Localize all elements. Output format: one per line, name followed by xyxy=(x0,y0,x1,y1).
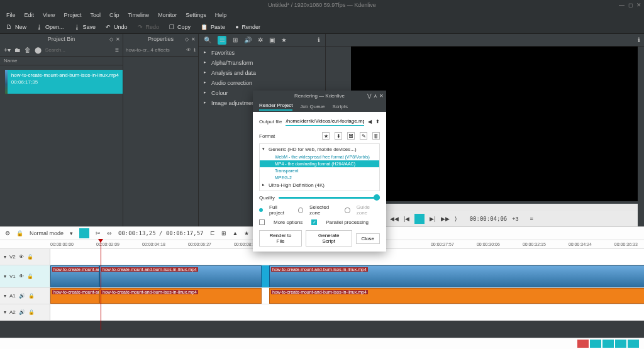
copy-button[interactable]: ❐Copy xyxy=(169,24,191,30)
audio-clip[interactable]: how-to-create-mount-and xyxy=(50,288,99,304)
format-mpeg2[interactable]: MPEG-2 xyxy=(260,174,379,181)
eye-icon[interactable]: 👁 xyxy=(19,254,24,260)
tab-job-queue[interactable]: Job Queue xyxy=(300,104,325,109)
close-icon[interactable]: ✕ xyxy=(636,2,641,8)
info-icon[interactable]: ℹ xyxy=(638,36,640,43)
search-input[interactable] xyxy=(45,47,111,53)
star-icon[interactable]: ★ xyxy=(244,230,249,236)
next-icon[interactable]: ▶| xyxy=(430,216,435,222)
clip-item[interactable]: how-to-create-mount-and-burn-isos-in-lin… xyxy=(0,65,123,98)
status-icon[interactable] xyxy=(590,340,601,348)
menu-help[interactable]: Help xyxy=(215,12,227,18)
grid-icon[interactable]: ⊞ xyxy=(233,36,238,43)
close-button[interactable]: Close xyxy=(356,233,380,244)
status-icon[interactable] xyxy=(602,340,614,348)
eye-icon[interactable]: 👁 xyxy=(186,47,191,53)
search-icon[interactable]: 🔍 xyxy=(204,36,211,43)
eye-icon[interactable]: 👁 xyxy=(19,274,24,279)
menu-tool[interactable]: Tool xyxy=(90,12,101,18)
video-clip[interactable]: how-to-create-mount-and-burn-isos-in-lin… xyxy=(269,265,644,287)
adjust-icon[interactable]: ✲ xyxy=(258,36,263,43)
monitor-timecode[interactable]: 00:00:04;06 xyxy=(470,216,508,222)
status-error-icon[interactable] xyxy=(577,340,589,348)
save-button[interactable]: ⭳Save xyxy=(74,24,96,30)
menu-icon[interactable]: ≡ xyxy=(115,47,119,53)
output-path-input[interactable] xyxy=(286,117,364,126)
download-icon[interactable]: ⬇ xyxy=(335,132,342,140)
play-button[interactable] xyxy=(414,214,425,224)
checkbox-parallel[interactable]: ✓ xyxy=(311,219,317,225)
prev-icon[interactable]: |◀ xyxy=(404,216,409,222)
lock-icon[interactable]: 🔒 xyxy=(27,274,33,279)
add-clip-icon[interactable]: +▾ xyxy=(4,47,11,53)
status-icon[interactable] xyxy=(628,340,639,348)
mute-icon[interactable]: 🔊 xyxy=(19,309,25,315)
format-group-uhd[interactable]: Ultra-High Definition (4K) xyxy=(260,181,379,189)
browse-icon[interactable]: ◀ xyxy=(368,119,372,125)
mode-dropdown[interactable]: Normal mode xyxy=(30,230,64,236)
new-button[interactable]: 🗋New xyxy=(6,24,26,30)
menu-file[interactable]: File xyxy=(6,12,16,18)
fx-alpha[interactable]: Alpha/Transform xyxy=(199,58,325,68)
audio-clip[interactable]: how-to-create-mount-and-burn-isos-in-lin… xyxy=(99,288,262,304)
radio-full-project[interactable] xyxy=(259,208,263,212)
menu-clip[interactable]: Clip xyxy=(109,12,119,18)
fx-favorites[interactable]: Favorites xyxy=(199,48,325,58)
generate-script-button[interactable]: Generate Script xyxy=(306,230,352,247)
tab-scripts[interactable]: Scripts xyxy=(333,104,348,109)
paste-button[interactable]: 📋Paste xyxy=(201,24,225,30)
custom-icon[interactable]: ▣ xyxy=(269,36,275,43)
chevron-right-icon[interactable]: ⟩ xyxy=(455,216,457,222)
list-icon[interactable]: ☰ xyxy=(218,36,226,45)
menu-edit[interactable]: Edit xyxy=(25,12,35,18)
lock-icon[interactable]: 🔒 xyxy=(28,293,35,299)
edit-icon[interactable]: ✎ xyxy=(360,132,367,140)
close-icon[interactable]: ✕ xyxy=(379,93,384,99)
mute-icon[interactable]: 🔊 xyxy=(19,293,25,299)
audio-icon[interactable]: 🔊 xyxy=(244,36,252,43)
info-icon[interactable]: ℹ xyxy=(318,36,320,43)
marker-icon[interactable]: ▲ xyxy=(233,230,238,236)
delete-icon[interactable]: 🗑 xyxy=(372,132,380,140)
format-mp4[interactable]: MP4 - the dominating format (H264/AAC) xyxy=(260,160,379,167)
gear-icon[interactable]: ⚙ xyxy=(5,230,10,236)
radio-guide-zone[interactable] xyxy=(345,208,350,213)
upload-icon[interactable]: ⬆ xyxy=(375,119,380,125)
status-icon[interactable] xyxy=(615,340,626,348)
lock-icon[interactable]: 🔒 xyxy=(27,254,33,260)
format-transparent[interactable]: Transparent xyxy=(260,167,379,174)
quality-slider[interactable] xyxy=(279,197,380,199)
menu-view[interactable]: View xyxy=(43,12,55,18)
maximize-icon[interactable]: ⋏ xyxy=(374,93,377,99)
tag-icon[interactable]: ⬤ xyxy=(35,47,42,53)
undock-icon[interactable]: ◇ xyxy=(109,36,113,42)
fx-analysis[interactable]: Analysis and data xyxy=(199,68,325,78)
playhead[interactable] xyxy=(101,240,101,330)
undock-icon[interactable]: ◇ xyxy=(185,36,189,42)
monitor-ruler[interactable] xyxy=(351,204,638,211)
radio-selected-zone[interactable] xyxy=(298,208,303,213)
spacer-icon[interactable]: ⇔ xyxy=(107,230,112,236)
name-column-header[interactable]: Name xyxy=(0,57,123,65)
undo-button[interactable]: ↶Undo xyxy=(106,24,128,30)
open-button[interactable]: ⭳Open... xyxy=(36,24,64,30)
format-group-generic[interactable]: Generic (HD for web, mobile devices...) xyxy=(260,145,379,153)
star-icon[interactable]: ★ xyxy=(281,36,287,43)
forward-icon[interactable]: ▶▶ xyxy=(441,216,450,222)
lock-icon[interactable]: 🔒 xyxy=(16,230,23,236)
save-preset-icon[interactable]: 🖫 xyxy=(347,132,355,140)
minimize-icon[interactable]: — xyxy=(619,2,625,8)
render-button[interactable]: ●Render xyxy=(235,24,260,30)
render-to-file-button[interactable]: Render to File xyxy=(259,230,302,247)
select-tool[interactable] xyxy=(79,228,89,238)
snap-icon[interactable]: ⊏ xyxy=(210,230,215,236)
menu-timeline[interactable]: Timeline xyxy=(128,12,149,18)
maximize-icon[interactable]: ◻ xyxy=(628,2,633,8)
audio-clip[interactable]: how-to-create-mount-and-burn-isos-in-lin… xyxy=(269,288,644,304)
menu-settings[interactable]: Settings xyxy=(186,12,206,18)
video-clip[interactable]: how-to-create-mount-and xyxy=(50,265,99,287)
rewind-icon[interactable]: ◀◀ xyxy=(390,216,399,222)
favorite-icon[interactable]: ★ xyxy=(322,132,330,140)
panel-close-icon[interactable]: ✕ xyxy=(191,36,196,42)
menu-project[interactable]: Project xyxy=(64,12,81,18)
